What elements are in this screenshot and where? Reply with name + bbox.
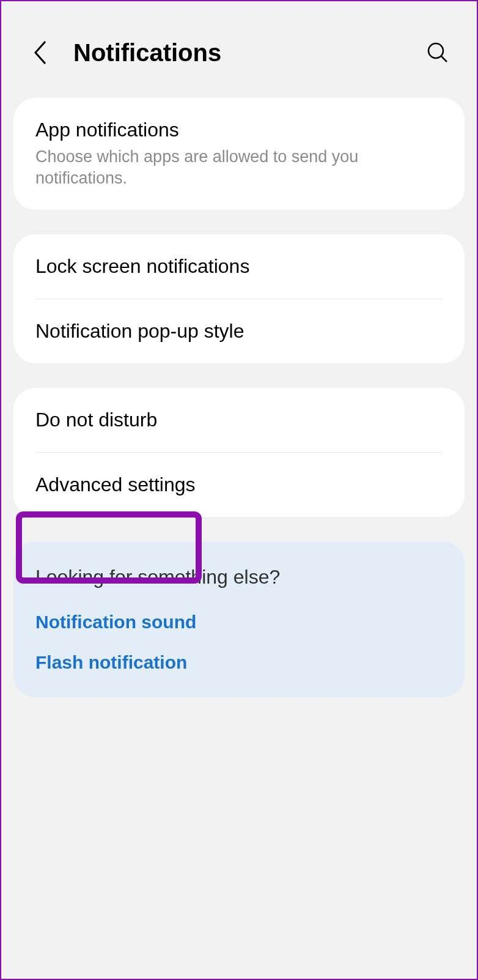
setting-lock-screen-notifications[interactable]: Lock screen notifications [13,234,465,299]
setting-title: Notification pop-up style [35,320,443,343]
setting-title: Lock screen notifications [35,255,443,278]
link-notification-sound[interactable]: Notification sound [35,612,443,633]
setting-title: Do not disturb [35,409,443,431]
setting-title: App notifications [35,119,443,141]
setting-app-notifications[interactable]: App notifications Choose which apps are … [13,98,465,210]
svg-point-0 [428,43,443,58]
link-flash-notification[interactable]: Flash notification [35,652,443,673]
setting-advanced-settings[interactable]: Advanced settings [13,453,465,517]
setting-title: Advanced settings [35,473,443,496]
page-title: Notifications [73,39,423,67]
search-icon[interactable] [423,38,452,67]
card-dnd-advanced: Do not disturb Advanced settings [13,388,465,517]
back-icon[interactable] [26,38,55,67]
svg-line-1 [441,56,447,62]
setting-subtitle: Choose which apps are allowed to send yo… [35,146,443,189]
setting-do-not-disturb[interactable]: Do not disturb [13,388,465,452]
card-lock-popup: Lock screen notifications Notification p… [13,234,465,363]
setting-notification-popup-style[interactable]: Notification pop-up style [13,299,465,363]
content: App notifications Choose which apps are … [1,98,477,697]
card-app-notifications: App notifications Choose which apps are … [13,98,465,210]
suggestions-card: Looking for something else? Notification… [13,541,465,697]
header: Notifications [1,1,477,98]
suggestions-title: Looking for something else? [35,566,443,588]
